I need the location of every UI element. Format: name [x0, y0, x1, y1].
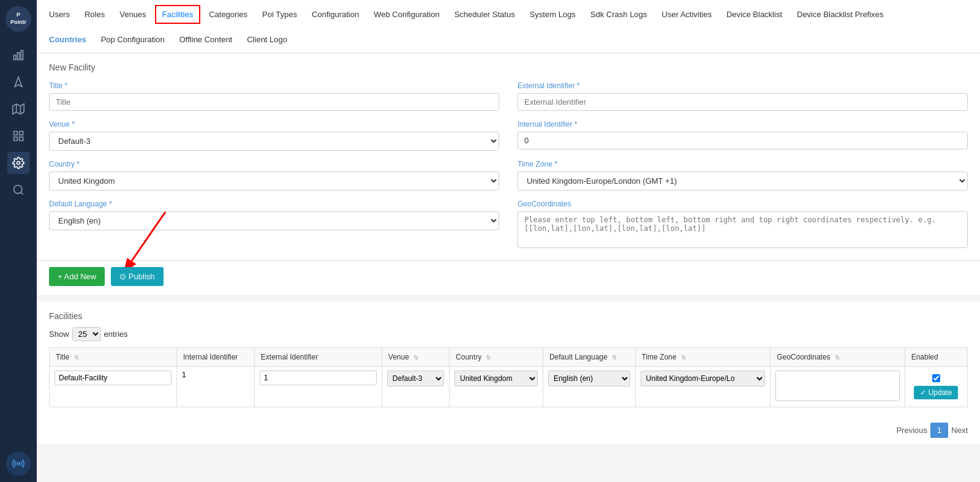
app-logo[interactable]: PPointr: [6, 6, 31, 32]
cell-enabled: ✓ Update: [905, 367, 967, 407]
row-external-id-input[interactable]: [260, 371, 377, 385]
sort-icon-geo: ⇅: [835, 354, 840, 361]
nav-row-1: Users Roles Venues Facilities Categories…: [43, 0, 974, 29]
cell-timezone: United Kingdom-Europe/Lo: [635, 367, 771, 407]
sidebar-icon-map[interactable]: [7, 98, 29, 120]
svg-marker-3: [15, 77, 22, 87]
show-label: Show: [49, 329, 69, 339]
cell-default-language: English (en): [543, 367, 635, 407]
nav-sdk-crash-logs[interactable]: Sdk Crash Logs: [584, 6, 654, 23]
nav-offline-content[interactable]: Offline Content: [173, 31, 238, 48]
svg-point-14: [17, 462, 20, 465]
nav-system-logs[interactable]: System Logs: [524, 6, 582, 23]
country-label: Country *: [49, 160, 499, 168]
sidebar-icon-navigation[interactable]: [7, 71, 29, 93]
sidebar: PPointr: [0, 0, 37, 482]
default-language-group: Default Language * English (en): [49, 200, 499, 248]
nav-users[interactable]: Users: [43, 6, 76, 23]
previous-label: Previous: [896, 426, 927, 435]
nav-poi-types[interactable]: Poi Types: [256, 6, 303, 23]
sort-icon-title: ⇅: [74, 354, 79, 361]
new-facility-form: New Facility Title * External Identifier…: [37, 53, 980, 261]
table-section-title: Facilities: [49, 311, 968, 321]
cell-venue: Default-3: [382, 367, 449, 407]
nav-pop-configuration[interactable]: Pop Configuration: [95, 31, 171, 48]
default-language-select[interactable]: English (en): [49, 211, 499, 230]
svg-line-13: [21, 192, 23, 195]
cell-country: United Kingdom: [450, 367, 543, 407]
col-country-label: Country: [456, 353, 481, 361]
logo-text: PPointr: [10, 12, 26, 26]
cell-geocoords: [771, 367, 905, 407]
svg-rect-2: [21, 51, 23, 60]
col-timezone-label: Time Zone: [642, 353, 677, 361]
timezone-select[interactable]: United Kingdom-Europe/London (GMT +1): [518, 171, 968, 190]
sidebar-radio-icon[interactable]: [6, 451, 31, 476]
sort-icon-lang: ⇅: [612, 354, 617, 361]
nav-user-activities[interactable]: User Activities: [655, 6, 718, 23]
col-title[interactable]: Title ⇅: [50, 348, 177, 367]
cell-title: [50, 367, 177, 407]
nav-scheduler-status[interactable]: Scheduler Status: [448, 6, 521, 23]
nav-device-blacklist[interactable]: Device Blacklist: [720, 6, 788, 23]
nav-countries[interactable]: Countries: [43, 31, 92, 48]
nav-venues[interactable]: Venues: [113, 6, 152, 23]
main-content: Users Roles Venues Facilities Categories…: [37, 0, 980, 482]
col-geocoords[interactable]: GeoCoordinates ⇅: [771, 348, 905, 367]
nav-client-logo[interactable]: Client Logo: [241, 31, 293, 48]
table-controls: Show 25 entries: [49, 327, 968, 341]
col-default-language[interactable]: Default Language ⇅: [543, 348, 635, 367]
svg-point-12: [14, 186, 22, 194]
svg-rect-0: [14, 55, 16, 60]
country-group: Country * United Kingdom: [49, 160, 499, 190]
publish-button[interactable]: ⊙ Publish: [111, 267, 163, 286]
row-timezone-select[interactable]: United Kingdom-Europe/Lo: [641, 371, 766, 386]
row-title-input[interactable]: [55, 371, 172, 385]
sidebar-icon-chart[interactable]: [7, 44, 29, 66]
geocoords-label: GeoCoordinates: [518, 200, 968, 208]
svg-marker-4: [13, 104, 24, 115]
col-enabled: Enabled: [905, 348, 967, 367]
col-timezone[interactable]: Time Zone ⇅: [635, 348, 771, 367]
add-new-button[interactable]: + Add New: [49, 267, 105, 286]
col-enabled-label: Enabled: [911, 353, 938, 361]
next-label: Next: [951, 426, 968, 435]
nav-configuration[interactable]: Configuration: [306, 6, 365, 23]
external-id-group: External Identifier *: [518, 81, 968, 111]
facilities-table-section: Facilities Show 25 entries Title ⇅: [37, 302, 980, 416]
nav-categories[interactable]: Categories: [203, 6, 254, 23]
nav-facilities[interactable]: Facilities: [155, 5, 201, 24]
row-update-button[interactable]: ✓ Update: [914, 386, 958, 399]
venue-select[interactable]: Default-3: [49, 132, 499, 151]
default-language-label: Default Language *: [49, 200, 499, 208]
col-external-id: External Identifier: [254, 348, 382, 367]
nav-roles[interactable]: Roles: [78, 6, 111, 23]
table-body: 1 Default-3 United Kingdom: [50, 367, 968, 407]
col-venue[interactable]: Venue ⇅: [382, 348, 449, 367]
col-country[interactable]: Country ⇅: [450, 348, 543, 367]
row-enabled-checkbox[interactable]: [932, 374, 940, 382]
sidebar-icon-grid[interactable]: [7, 125, 29, 147]
title-input[interactable]: [49, 93, 499, 111]
internal-id-input[interactable]: [518, 132, 968, 149]
button-area: + Add New ⊙ Publish: [37, 261, 980, 296]
nav-device-blacklist-prefixes[interactable]: Device Blacklist Prefixes: [791, 6, 890, 23]
sidebar-icon-search[interactable]: [7, 179, 29, 201]
form-grid: Title * External Identifier * Venue * De…: [49, 81, 968, 248]
row-country-select[interactable]: United Kingdom: [454, 371, 538, 386]
page-1-button[interactable]: 1: [930, 423, 948, 438]
external-id-input[interactable]: [518, 93, 968, 111]
timezone-group: Time Zone * United Kingdom-Europe/London…: [518, 160, 968, 190]
geocoords-textarea[interactable]: [518, 211, 968, 248]
entries-select[interactable]: 25: [72, 327, 101, 341]
nav-web-configuration[interactable]: Web Configuration: [368, 6, 445, 23]
table-header: Title ⇅ Internal Identifier External Ide…: [50, 348, 968, 367]
sort-icon-tz: ⇅: [681, 354, 686, 361]
svg-rect-9: [14, 137, 18, 141]
row-venue-select[interactable]: Default-3: [387, 371, 444, 386]
row-geocoords-textarea[interactable]: [775, 371, 899, 401]
row-language-select[interactable]: English (en): [548, 371, 630, 386]
sidebar-icon-settings[interactable]: [7, 152, 29, 174]
venue-group: Venue * Default-3: [49, 120, 499, 151]
country-select[interactable]: United Kingdom: [49, 171, 499, 190]
